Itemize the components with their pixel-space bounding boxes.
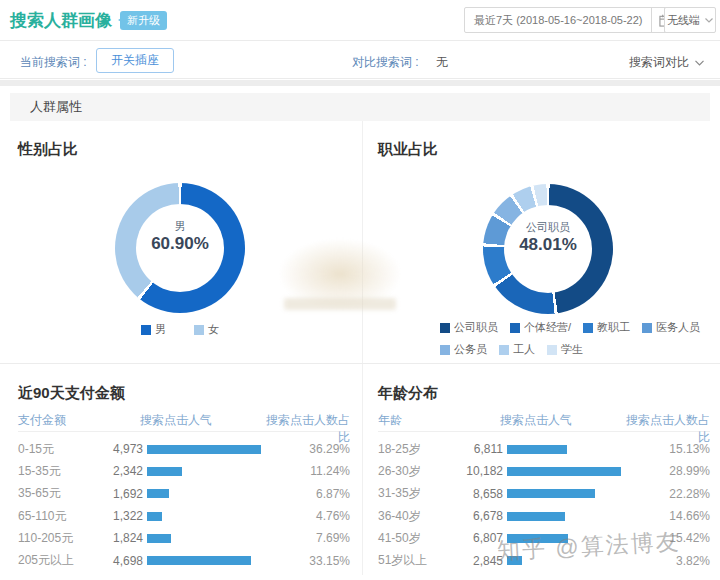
table-row: 35-65元1,6926.87%: [18, 483, 350, 505]
chevron-down-icon: [695, 60, 704, 66]
device-dropdown-value: 无线端: [667, 13, 700, 28]
row-bar: [147, 489, 169, 498]
row-bar: [507, 445, 567, 454]
page-title: 搜索人群画像: [10, 9, 112, 32]
current-keyword-button[interactable]: 开关插座: [96, 48, 174, 73]
legend-item[interactable]: 公司职员: [440, 320, 498, 335]
row-bar: [147, 556, 251, 565]
legend-swatch: [499, 345, 509, 355]
gender-donut-chart: 男 60.90%: [115, 183, 245, 313]
new-upgrade-badge: 新升级: [120, 11, 167, 30]
legend-label: 学生: [561, 342, 583, 357]
table-body: 0-15元4,97336.29%15-35元2,34211.24%35-65元1…: [18, 438, 350, 572]
row-value: 6,678: [453, 509, 503, 523]
legend-item[interactable]: 工人: [499, 342, 535, 357]
row-bar-track: [147, 534, 269, 543]
table-row: 18-25岁6,81115.13%: [378, 438, 710, 460]
row-bar: [147, 467, 182, 476]
row-label: 35-65元: [18, 485, 93, 502]
col-header-pct: 搜索点击人数占比: [620, 412, 710, 427]
compare-keyword-value: 无: [436, 54, 448, 71]
legend-swatch: [194, 325, 204, 335]
table-row: 65-110元1,3224.76%: [18, 505, 350, 527]
legend-label: 公司职员: [454, 320, 498, 335]
row-label: 26-30岁: [378, 463, 453, 480]
table-header-row: 年龄 搜索点击人气 搜索点击人数占比: [378, 412, 710, 432]
gender-center-label: 男: [115, 219, 245, 234]
row-pct: 36.29%: [269, 442, 350, 456]
legend-item[interactable]: 医务人员: [642, 320, 700, 335]
row-label: 51岁以上: [378, 552, 453, 569]
table-row: 31-35岁8,65822.28%: [378, 483, 710, 505]
compare-keyword-label: 对比搜索词 :: [352, 54, 419, 71]
row-value: 1,322: [93, 509, 143, 523]
legend-swatch: [547, 345, 557, 355]
legend-swatch: [583, 323, 593, 333]
vertical-divider: [362, 121, 363, 575]
row-label: 31-35岁: [378, 485, 453, 502]
row-value: 6,811: [453, 442, 503, 456]
horizontal-divider: [0, 363, 720, 364]
faint-center-watermark-text: [284, 298, 396, 310]
row-value: 4,973: [93, 442, 143, 456]
row-value: 2,845: [453, 554, 503, 568]
col-header-pct: 搜索点击人数占比: [260, 412, 350, 427]
row-label: 110-205元: [18, 530, 93, 547]
keyword-compare-label: 搜索词对比: [629, 54, 689, 71]
row-label: 0-15元: [18, 441, 93, 458]
row-value: 4,698: [93, 554, 143, 568]
row-bar: [147, 445, 261, 454]
row-bar-track: [147, 467, 269, 476]
row-bar-track: [147, 512, 269, 521]
row-bar-track: [147, 445, 269, 454]
date-range-control[interactable]: 最近7天 (2018-05-16~2018-05-22): [464, 7, 680, 33]
row-bar-track: [507, 445, 629, 454]
row-pct: 14.66%: [629, 509, 710, 523]
legend-label: 教职工: [597, 320, 630, 335]
row-pct: 22.28%: [629, 487, 710, 501]
row-pct: 15.13%: [629, 442, 710, 456]
occupation-center-label: 公司职员: [483, 220, 613, 235]
chevron-down-icon: [705, 18, 713, 23]
row-label: 36-40岁: [378, 508, 453, 525]
table-row: 15-35元2,34211.24%: [18, 460, 350, 482]
keyword-compare-dropdown[interactable]: 搜索词对比: [629, 54, 704, 71]
legend-item[interactable]: 男: [141, 322, 166, 337]
legend-swatch: [440, 323, 450, 333]
current-keyword-label: 当前搜索词 :: [20, 54, 87, 71]
row-label: 65-110元: [18, 508, 93, 525]
row-pct: 7.69%: [269, 531, 350, 545]
table-header-row: 支付金额 搜索点击人气 搜索点击人数占比: [18, 412, 350, 432]
table-row: 0-15元4,97336.29%: [18, 438, 350, 460]
legend-item[interactable]: 个体经营/: [510, 320, 571, 335]
legend-item[interactable]: 教职工: [583, 320, 630, 335]
payment-table: 支付金额 搜索点击人气 搜索点击人数占比 0-15元4,97336.29%15-…: [18, 412, 350, 572]
row-bar-track: [147, 556, 269, 565]
col-header-popularity: 搜索点击人气: [140, 412, 260, 427]
row-label: 205元以上: [18, 552, 93, 569]
legend-label: 公务员: [454, 342, 487, 357]
legend-swatch: [141, 325, 151, 335]
row-bar: [147, 512, 162, 521]
gender-legend: 男女: [0, 322, 360, 337]
legend-item[interactable]: 学生: [547, 342, 583, 357]
header: 搜索人群画像 新升级 最近7天 (2018-05-16~2018-05-22) …: [0, 0, 720, 40]
col-header-popularity: 搜索点击人气: [500, 412, 620, 427]
legend-label: 个体经营/: [524, 320, 571, 335]
occupation-chart-title: 职业占比: [378, 140, 438, 159]
row-pct: 4.76%: [269, 509, 350, 523]
page: 搜索人群画像 新升级 最近7天 (2018-05-16~2018-05-22) …: [0, 0, 720, 580]
legend-item[interactable]: 公务员: [440, 342, 487, 357]
row-bar-track: [507, 489, 629, 498]
table-row: 110-205元1,8247.69%: [18, 527, 350, 549]
row-value: 2,342: [93, 464, 143, 478]
legend-swatch: [642, 323, 652, 333]
legend-label: 医务人员: [656, 320, 700, 335]
row-bar: [147, 534, 171, 543]
row-label: 18-25岁: [378, 441, 453, 458]
device-dropdown[interactable]: 无线端: [664, 7, 716, 33]
legend-item[interactable]: 女: [194, 322, 219, 337]
occupation-donut-chart: 公司职员 48.01%: [483, 184, 613, 314]
row-value: 1,692: [93, 487, 143, 501]
row-pct: 6.87%: [269, 487, 350, 501]
